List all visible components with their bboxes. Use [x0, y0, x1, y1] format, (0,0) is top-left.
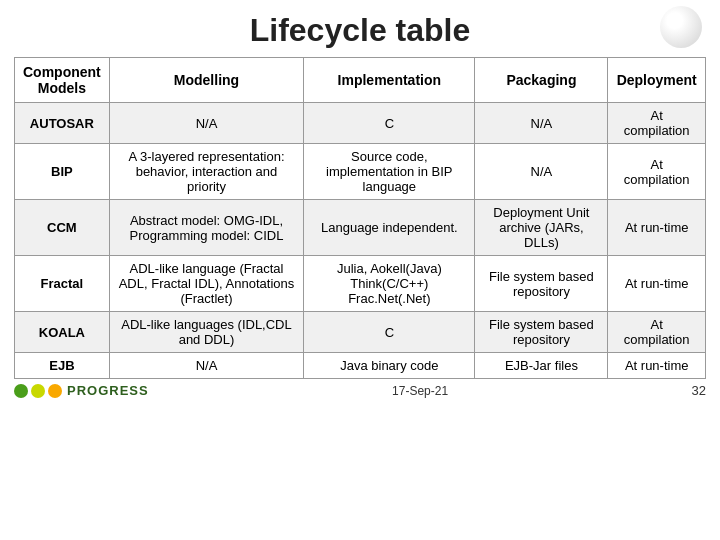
cell-packaging: File system based repository [475, 312, 608, 353]
table-row: CCMAbstract model: OMG-IDL, Programming … [15, 200, 706, 256]
col-header-implementation: Implementation [304, 58, 475, 103]
cell-implementation: C [304, 103, 475, 144]
cell-modelling: N/A [109, 103, 303, 144]
cell-packaging: EJB-Jar files [475, 353, 608, 379]
table-wrapper: ComponentModels Modelling Implementation… [0, 57, 720, 379]
footer: PROGRESS 17-Sep-21 32 [0, 379, 720, 398]
logo-circle-3 [48, 384, 62, 398]
cell-implementation: Java binary code [304, 353, 475, 379]
cell-modelling: ADL-like languages (IDL,CDL and DDL) [109, 312, 303, 353]
page-title: Lifecycle table [0, 0, 720, 57]
col-header-models: ComponentModels [15, 58, 110, 103]
table-row: EJBN/AJava binary codeEJB-Jar filesAt ru… [15, 353, 706, 379]
cell-deployment: At run-time [608, 200, 706, 256]
cell-model: CCM [15, 200, 110, 256]
table-row: BIPA 3-layered representation: behavior,… [15, 144, 706, 200]
col-header-modelling: Modelling [109, 58, 303, 103]
cell-modelling: Abstract model: OMG-IDL, Programming mod… [109, 200, 303, 256]
logo: PROGRESS [14, 383, 149, 398]
cell-model: EJB [15, 353, 110, 379]
cell-modelling: ADL-like language (Fractal ADL, Fractal … [109, 256, 303, 312]
logo-text: PROGRESS [67, 383, 149, 398]
cell-model: Fractal [15, 256, 110, 312]
table-row: AUTOSARN/ACN/AAt compilation [15, 103, 706, 144]
table-row: KOALAADL-like languages (IDL,CDL and DDL… [15, 312, 706, 353]
lifecycle-table: ComponentModels Modelling Implementation… [14, 57, 706, 379]
cell-implementation: Source code, implementation in BIP langu… [304, 144, 475, 200]
cell-deployment: At run-time [608, 353, 706, 379]
cell-model: AUTOSAR [15, 103, 110, 144]
footer-date: 17-Sep-21 [392, 384, 448, 398]
cell-deployment: At compilation [608, 312, 706, 353]
cell-modelling: N/A [109, 353, 303, 379]
cell-implementation: Language independent. [304, 200, 475, 256]
cell-model: KOALA [15, 312, 110, 353]
cell-model: BIP [15, 144, 110, 200]
col-header-deployment: Deployment [608, 58, 706, 103]
footer-page-number: 32 [692, 383, 706, 398]
cell-packaging: N/A [475, 103, 608, 144]
cell-deployment: At run-time [608, 256, 706, 312]
cell-deployment: At compilation [608, 103, 706, 144]
cell-modelling: A 3-layered representation: behavior, in… [109, 144, 303, 200]
cell-implementation: Julia, Aokell(Java) Think(C/C++) Frac.Ne… [304, 256, 475, 312]
col-header-packaging: Packaging [475, 58, 608, 103]
cell-packaging: N/A [475, 144, 608, 200]
logo-circles [14, 384, 62, 398]
cell-packaging: File system based repository [475, 256, 608, 312]
logo-circle-2 [31, 384, 45, 398]
cell-packaging: Deployment Unit archive (JARs, DLLs) [475, 200, 608, 256]
table-row: FractalADL-like language (Fractal ADL, F… [15, 256, 706, 312]
cell-deployment: At compilation [608, 144, 706, 200]
decorative-circle [660, 6, 702, 48]
logo-circle-1 [14, 384, 28, 398]
cell-implementation: C [304, 312, 475, 353]
